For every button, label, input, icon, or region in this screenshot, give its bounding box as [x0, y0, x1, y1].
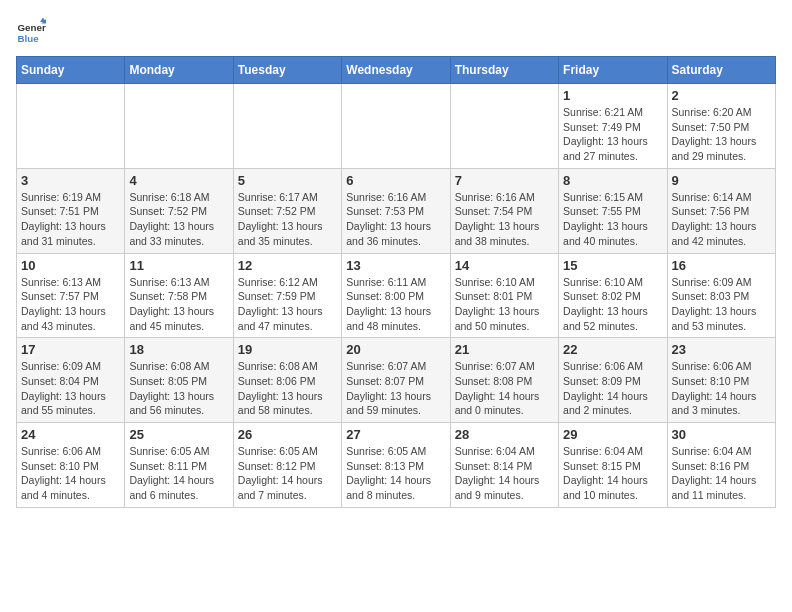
day-info: Sunrise: 6:17 AM Sunset: 7:52 PM Dayligh…: [238, 190, 337, 249]
day-number: 11: [129, 258, 228, 273]
day-number: 9: [672, 173, 771, 188]
logo-icon: General Blue: [16, 16, 46, 46]
day-info: Sunrise: 6:18 AM Sunset: 7:52 PM Dayligh…: [129, 190, 228, 249]
day-info: Sunrise: 6:16 AM Sunset: 7:53 PM Dayligh…: [346, 190, 445, 249]
day-number: 30: [672, 427, 771, 442]
weekday-header-row: SundayMondayTuesdayWednesdayThursdayFrid…: [17, 57, 776, 84]
day-number: 21: [455, 342, 554, 357]
day-number: 17: [21, 342, 120, 357]
calendar-cell: 9Sunrise: 6:14 AM Sunset: 7:56 PM Daylig…: [667, 168, 775, 253]
day-number: 29: [563, 427, 662, 442]
day-number: 1: [563, 88, 662, 103]
calendar-week-row: 3Sunrise: 6:19 AM Sunset: 7:51 PM Daylig…: [17, 168, 776, 253]
calendar-cell: 4Sunrise: 6:18 AM Sunset: 7:52 PM Daylig…: [125, 168, 233, 253]
day-info: Sunrise: 6:08 AM Sunset: 8:06 PM Dayligh…: [238, 359, 337, 418]
calendar-cell: 29Sunrise: 6:04 AM Sunset: 8:15 PM Dayli…: [559, 423, 667, 508]
calendar-cell: 21Sunrise: 6:07 AM Sunset: 8:08 PM Dayli…: [450, 338, 558, 423]
day-number: 24: [21, 427, 120, 442]
day-info: Sunrise: 6:21 AM Sunset: 7:49 PM Dayligh…: [563, 105, 662, 164]
logo: General Blue: [16, 16, 50, 46]
calendar-cell: 14Sunrise: 6:10 AM Sunset: 8:01 PM Dayli…: [450, 253, 558, 338]
calendar-cell: 19Sunrise: 6:08 AM Sunset: 8:06 PM Dayli…: [233, 338, 341, 423]
day-number: 18: [129, 342, 228, 357]
calendar-week-row: 17Sunrise: 6:09 AM Sunset: 8:04 PM Dayli…: [17, 338, 776, 423]
day-number: 26: [238, 427, 337, 442]
calendar-cell: 8Sunrise: 6:15 AM Sunset: 7:55 PM Daylig…: [559, 168, 667, 253]
day-info: Sunrise: 6:06 AM Sunset: 8:10 PM Dayligh…: [21, 444, 120, 503]
calendar-cell: 11Sunrise: 6:13 AM Sunset: 7:58 PM Dayli…: [125, 253, 233, 338]
day-number: 5: [238, 173, 337, 188]
day-info: Sunrise: 6:20 AM Sunset: 7:50 PM Dayligh…: [672, 105, 771, 164]
day-info: Sunrise: 6:09 AM Sunset: 8:04 PM Dayligh…: [21, 359, 120, 418]
day-info: Sunrise: 6:07 AM Sunset: 8:08 PM Dayligh…: [455, 359, 554, 418]
day-number: 28: [455, 427, 554, 442]
day-info: Sunrise: 6:04 AM Sunset: 8:14 PM Dayligh…: [455, 444, 554, 503]
calendar-cell: 3Sunrise: 6:19 AM Sunset: 7:51 PM Daylig…: [17, 168, 125, 253]
day-number: 22: [563, 342, 662, 357]
calendar-cell: 26Sunrise: 6:05 AM Sunset: 8:12 PM Dayli…: [233, 423, 341, 508]
day-info: Sunrise: 6:08 AM Sunset: 8:05 PM Dayligh…: [129, 359, 228, 418]
calendar-cell: 15Sunrise: 6:10 AM Sunset: 8:02 PM Dayli…: [559, 253, 667, 338]
calendar-cell: 23Sunrise: 6:06 AM Sunset: 8:10 PM Dayli…: [667, 338, 775, 423]
day-number: 16: [672, 258, 771, 273]
day-info: Sunrise: 6:09 AM Sunset: 8:03 PM Dayligh…: [672, 275, 771, 334]
calendar-cell: 27Sunrise: 6:05 AM Sunset: 8:13 PM Dayli…: [342, 423, 450, 508]
calendar-cell: 13Sunrise: 6:11 AM Sunset: 8:00 PM Dayli…: [342, 253, 450, 338]
calendar-cell: 25Sunrise: 6:05 AM Sunset: 8:11 PM Dayli…: [125, 423, 233, 508]
day-number: 12: [238, 258, 337, 273]
day-number: 25: [129, 427, 228, 442]
calendar-cell: 1Sunrise: 6:21 AM Sunset: 7:49 PM Daylig…: [559, 84, 667, 169]
day-info: Sunrise: 6:07 AM Sunset: 8:07 PM Dayligh…: [346, 359, 445, 418]
weekday-header-friday: Friday: [559, 57, 667, 84]
svg-text:General: General: [18, 22, 47, 33]
weekday-header-wednesday: Wednesday: [342, 57, 450, 84]
day-info: Sunrise: 6:19 AM Sunset: 7:51 PM Dayligh…: [21, 190, 120, 249]
day-number: 15: [563, 258, 662, 273]
day-number: 20: [346, 342, 445, 357]
day-number: 7: [455, 173, 554, 188]
day-info: Sunrise: 6:16 AM Sunset: 7:54 PM Dayligh…: [455, 190, 554, 249]
calendar-cell: 20Sunrise: 6:07 AM Sunset: 8:07 PM Dayli…: [342, 338, 450, 423]
weekday-header-saturday: Saturday: [667, 57, 775, 84]
day-info: Sunrise: 6:05 AM Sunset: 8:12 PM Dayligh…: [238, 444, 337, 503]
day-number: 10: [21, 258, 120, 273]
calendar-cell: [17, 84, 125, 169]
weekday-header-sunday: Sunday: [17, 57, 125, 84]
calendar-cell: 2Sunrise: 6:20 AM Sunset: 7:50 PM Daylig…: [667, 84, 775, 169]
day-info: Sunrise: 6:11 AM Sunset: 8:00 PM Dayligh…: [346, 275, 445, 334]
day-number: 23: [672, 342, 771, 357]
calendar-week-row: 1Sunrise: 6:21 AM Sunset: 7:49 PM Daylig…: [17, 84, 776, 169]
day-info: Sunrise: 6:10 AM Sunset: 8:02 PM Dayligh…: [563, 275, 662, 334]
calendar-week-row: 24Sunrise: 6:06 AM Sunset: 8:10 PM Dayli…: [17, 423, 776, 508]
calendar-cell: 16Sunrise: 6:09 AM Sunset: 8:03 PM Dayli…: [667, 253, 775, 338]
calendar-cell: 17Sunrise: 6:09 AM Sunset: 8:04 PM Dayli…: [17, 338, 125, 423]
calendar-cell: 10Sunrise: 6:13 AM Sunset: 7:57 PM Dayli…: [17, 253, 125, 338]
calendar-cell: 28Sunrise: 6:04 AM Sunset: 8:14 PM Dayli…: [450, 423, 558, 508]
day-number: 8: [563, 173, 662, 188]
weekday-header-monday: Monday: [125, 57, 233, 84]
day-number: 6: [346, 173, 445, 188]
calendar-cell: 22Sunrise: 6:06 AM Sunset: 8:09 PM Dayli…: [559, 338, 667, 423]
day-number: 14: [455, 258, 554, 273]
day-info: Sunrise: 6:10 AM Sunset: 8:01 PM Dayligh…: [455, 275, 554, 334]
calendar-cell: 7Sunrise: 6:16 AM Sunset: 7:54 PM Daylig…: [450, 168, 558, 253]
calendar-cell: [342, 84, 450, 169]
calendar-cell: 12Sunrise: 6:12 AM Sunset: 7:59 PM Dayli…: [233, 253, 341, 338]
day-number: 13: [346, 258, 445, 273]
day-info: Sunrise: 6:13 AM Sunset: 7:58 PM Dayligh…: [129, 275, 228, 334]
day-number: 3: [21, 173, 120, 188]
header: General Blue: [16, 16, 776, 46]
calendar-cell: 24Sunrise: 6:06 AM Sunset: 8:10 PM Dayli…: [17, 423, 125, 508]
weekday-header-thursday: Thursday: [450, 57, 558, 84]
svg-text:Blue: Blue: [18, 33, 40, 44]
calendar-cell: 6Sunrise: 6:16 AM Sunset: 7:53 PM Daylig…: [342, 168, 450, 253]
weekday-header-tuesday: Tuesday: [233, 57, 341, 84]
day-info: Sunrise: 6:15 AM Sunset: 7:55 PM Dayligh…: [563, 190, 662, 249]
calendar-body: 1Sunrise: 6:21 AM Sunset: 7:49 PM Daylig…: [17, 84, 776, 508]
calendar-cell: 5Sunrise: 6:17 AM Sunset: 7:52 PM Daylig…: [233, 168, 341, 253]
calendar-cell: [233, 84, 341, 169]
day-info: Sunrise: 6:05 AM Sunset: 8:13 PM Dayligh…: [346, 444, 445, 503]
day-info: Sunrise: 6:06 AM Sunset: 8:09 PM Dayligh…: [563, 359, 662, 418]
day-info: Sunrise: 6:06 AM Sunset: 8:10 PM Dayligh…: [672, 359, 771, 418]
day-info: Sunrise: 6:04 AM Sunset: 8:15 PM Dayligh…: [563, 444, 662, 503]
